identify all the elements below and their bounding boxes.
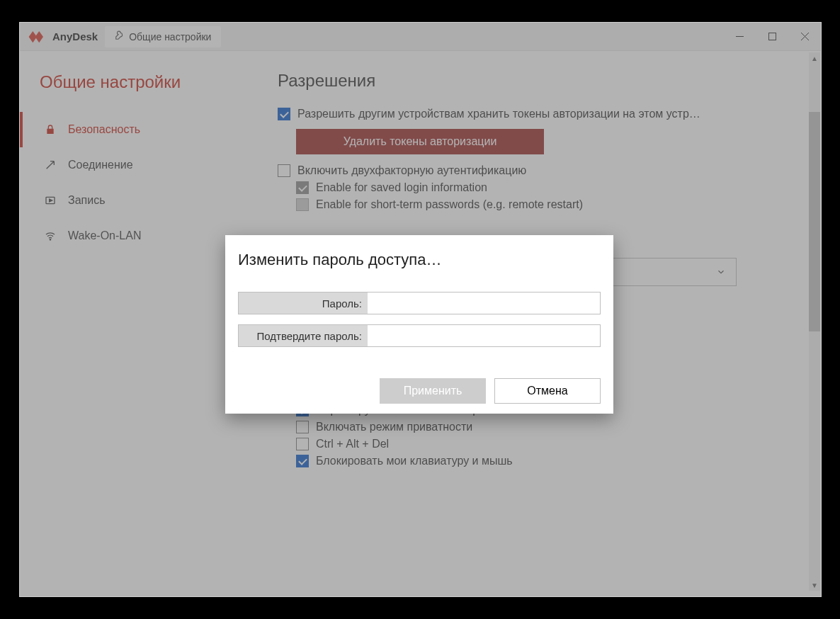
confirm-field-row: Подтвердите пароль: [238, 324, 601, 347]
password-input[interactable] [368, 293, 600, 314]
label-2fa: Включить двухфакторную аутентификацию [297, 164, 526, 177]
section-title: Разрешения [278, 71, 795, 91]
app-window: AnyDesk Общие настройки Общие настройки … [19, 22, 822, 597]
svg-rect-3 [768, 33, 776, 40]
checkbox-saved-login [296, 181, 309, 194]
label-allow-tokens: Разрешить другим устройствам хранить ток… [297, 108, 700, 120]
row-short-term: Enable for short-term passwords (e.g. re… [278, 198, 795, 211]
checkbox-allow-tokens[interactable] [278, 108, 290, 120]
maximize-button[interactable] [756, 23, 788, 51]
tab-label: Общие настройки [129, 31, 211, 42]
cancel-button[interactable]: Отмена [494, 378, 601, 404]
label-saved-login: Enable for saved login information [316, 181, 487, 194]
apply-button[interactable]: Применить [380, 378, 486, 404]
sidebar-item-label: Безопасность [68, 123, 140, 136]
arrow-icon [44, 159, 57, 171]
sidebar-item-label: Wake-On-LAN [68, 229, 141, 242]
svg-point-8 [50, 239, 50, 240]
sidebar-item-connection[interactable]: Соединение [20, 147, 252, 183]
scrollbar-thumb[interactable] [809, 112, 820, 331]
label-ctrl-alt-del: Ctrl + Alt + Del [316, 438, 389, 450]
checkbox-privacy-mode[interactable] [296, 421, 309, 433]
row-allow-tokens: Разрешить другим устройствам хранить ток… [278, 108, 795, 120]
sidebar-item-wol[interactable]: Wake-On-LAN [20, 218, 252, 254]
svg-marker-7 [50, 199, 52, 202]
sidebar-title: Общие настройки [20, 65, 252, 112]
modal-actions: Применить Отмена [238, 378, 601, 404]
titlebar: AnyDesk Общие настройки [20, 23, 821, 51]
svg-marker-1 [35, 30, 43, 42]
sidebar-item-security[interactable]: Безопасность [20, 112, 252, 147]
sidebar-item-label: Запись [68, 194, 106, 207]
change-password-modal: Изменить пароль доступа… Пароль: Подтвер… [225, 235, 613, 414]
row-block-kbm: Блокировать мои клавиатуру и мышь [278, 455, 795, 467]
row-2fa: Включить двухфакторную аутентификацию [278, 164, 795, 177]
settings-tab[interactable]: Общие настройки [105, 26, 221, 47]
anydesk-logo-icon [27, 27, 47, 47]
label-short-term: Enable for short-term passwords (e.g. re… [316, 198, 583, 211]
modal-title: Изменить пароль доступа… [238, 251, 601, 269]
wifi-icon [44, 229, 57, 242]
confirm-password-input[interactable] [368, 325, 600, 346]
checkbox-2fa[interactable] [278, 164, 290, 177]
password-label: Пароль: [239, 293, 368, 314]
sidebar-item-recording[interactable]: Запись [20, 183, 252, 218]
row-privacy-mode: Включать режим приватности [278, 421, 795, 433]
sidebar-item-label: Соединение [68, 159, 133, 171]
minimize-button[interactable] [723, 23, 756, 51]
row-saved-login: Enable for saved login information [278, 181, 795, 194]
record-icon [44, 194, 57, 207]
chevron-down-icon [716, 267, 726, 277]
scroll-down-icon[interactable]: ▼ [809, 579, 820, 591]
close-button[interactable] [788, 23, 821, 51]
checkbox-block-kbm[interactable] [296, 455, 309, 467]
confirm-label: Подтвердите пароль: [239, 325, 368, 346]
lock-icon [44, 123, 57, 136]
label-block-kbm: Блокировать мои клавиатуру и мышь [316, 455, 513, 467]
row-ctrl-alt-del: Ctrl + Alt + Del [278, 438, 795, 450]
wrench-icon [115, 30, 125, 42]
label-privacy-mode: Включать режим приватности [316, 421, 472, 433]
appname-label: AnyDesk [52, 30, 98, 42]
checkbox-short-term [296, 198, 309, 211]
password-field-row: Пароль: [238, 292, 601, 314]
scroll-up-icon[interactable]: ▲ [809, 52, 820, 64]
checkbox-ctrl-alt-del[interactable] [296, 438, 309, 450]
delete-tokens-button[interactable]: Удалить токены авторизации [296, 129, 544, 154]
sidebar: Общие настройки Безопасность Соединение … [20, 51, 252, 596]
window-controls [723, 23, 821, 51]
